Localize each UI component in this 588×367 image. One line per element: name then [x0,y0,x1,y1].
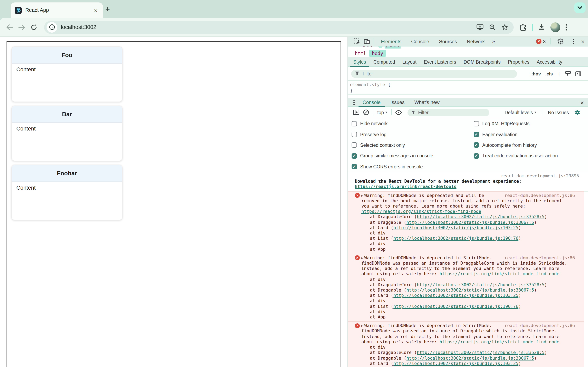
reload-button[interactable] [28,21,40,33]
card-header[interactable]: Foo [12,47,122,64]
tab-sources[interactable]: Sources [434,36,462,46]
card-header[interactable]: Foobar [12,165,122,182]
card[interactable]: FooContent [11,47,122,102]
browser-tab[interactable]: React App × [11,2,103,18]
url-input[interactable] [61,24,476,30]
tab-dom-breakpoints[interactable]: DOM Breakpoints [460,57,504,67]
devtools-menu-kebab-icon[interactable] [568,37,578,45]
new-tab-button[interactable]: + [105,5,110,14]
tab-layout[interactable]: Layout [399,57,420,67]
context-selector[interactable]: top▾ [375,110,389,115]
drawer-tab-what-s-new[interactable]: What's new [409,98,444,107]
console-link[interactable]: http://localhost:3002/static/js/bundle.j… [406,220,534,225]
bookmark-star-icon[interactable] [502,24,508,30]
toggle-hover-state-button[interactable]: :hov [531,71,541,76]
tab-properties[interactable]: Properties [504,57,533,67]
tab-computed[interactable]: Computed [370,57,399,67]
more-tabs-button[interactable]: » [490,38,497,44]
console-warning-message: ×▶Warning: findDOMNode is deprecated in … [348,322,584,367]
expand-triangle-icon[interactable]: ▶ [361,256,363,261]
breadcrumb-body[interactable]: body [369,50,386,57]
install-app-icon[interactable] [476,24,484,30]
source-link[interactable]: react-dom.development.js:86 [505,193,575,198]
checkbox-unchecked[interactable] [352,121,357,126]
computed-sidebar-toggle-icon[interactable] [575,71,581,76]
console-link[interactable]: http://localhost:3002/static/js/bundle.j… [417,214,545,219]
expand-triangle-icon[interactable]: ▶ [361,193,363,198]
console-text: ) [518,304,521,309]
zoom-out-icon[interactable] [489,24,496,30]
console-link[interactable]: http://localhost:3002/static/js/bundle.j… [393,236,518,241]
console-sidebar-toggle-icon[interactable] [351,108,361,117]
source-link[interactable]: react-dom.development.js:29895 [501,173,579,179]
clear-console-icon[interactable] [361,108,371,117]
error-count-badge[interactable]: × 3 [536,39,546,44]
tab-elements[interactable]: Elements [376,36,406,46]
console-link[interactable]: http://localhost:3002/static/js/bundle.j… [393,225,518,230]
console-link[interactable]: http://localhost:3002/static/js/bundle.j… [393,293,518,298]
console-link[interactable]: http://localhost:3002/static/js/bundle.j… [417,350,545,355]
expand-triangle-icon[interactable]: ▶ [361,324,363,329]
console-toolbar: top▾ Default levels▾ No Issues [348,107,588,118]
checkbox-unchecked[interactable] [474,121,479,126]
site-info-icon[interactable] [47,22,57,33]
browser-menu-kebab-icon[interactable] [566,24,567,30]
browser-window: React App × + [0,0,588,367]
issues-counter[interactable]: No Issues [548,110,569,115]
new-style-rule-button[interactable]: + [557,70,561,77]
console-link[interactable]: https://reactjs.org/link/strict-mode-fin… [440,339,559,344]
drawer-tab-console[interactable]: Console [358,98,385,107]
console-link[interactable]: http://localhost:3002/static/js/bundle.j… [406,287,534,292]
tab-accessibility[interactable]: Accessibility [533,57,566,67]
inspect-element-icon[interactable] [352,37,362,45]
rendering-brush-icon[interactable] [565,71,571,76]
console-link[interactable]: https://reactjs.org/link/strict-mode-fin… [440,271,559,276]
element-style-rule[interactable]: element.style { } [348,81,588,95]
extensions-puzzle-icon[interactable] [519,24,527,31]
tab-event-listeners[interactable]: Event Listeners [420,57,460,67]
log-levels-dropdown[interactable]: Default levels▾ [505,110,536,115]
checkbox-checked[interactable]: ✓ [352,164,357,169]
tab-close-icon[interactable]: × [93,7,99,14]
avatar[interactable] [550,22,560,32]
console-link[interactable]: http://localhost:3002/static/js/bundle.j… [393,361,518,366]
console-settings-gear-icon-active[interactable] [572,108,582,117]
source-link[interactable]: react-dom.development.js:86 [505,255,575,261]
devtools-close-icon[interactable]: × [581,38,585,45]
checkbox-checked[interactable]: ✓ [474,132,479,137]
checkbox-unchecked[interactable] [352,132,357,137]
drawer-menu-kebab-icon[interactable] [350,98,358,106]
source-link[interactable]: react-dom.development.js:86 [505,323,575,328]
address-bar[interactable] [44,21,514,34]
tab-network[interactable]: Network [462,36,490,46]
toggle-classes-button[interactable]: .cls [545,71,553,76]
console-link[interactable]: https://reactjs.org/link/strict-mode-fin… [361,209,481,214]
forward-button[interactable] [16,21,28,33]
tab-styles[interactable]: Styles [350,57,370,67]
checkbox-label: Show CORS errors in console [360,164,423,169]
drawer-close-icon[interactable]: × [580,99,588,106]
card[interactable]: BarContent [11,106,122,161]
console-link[interactable]: http://localhost:3002/static/js/bundle.j… [393,304,518,309]
downloads-icon[interactable] [538,24,545,31]
checkbox-checked[interactable]: ✓ [352,153,357,159]
breadcrumb-html[interactable]: html [352,50,369,57]
console-link[interactable]: http://localhost:3002/static/js/bundle.j… [406,355,534,360]
live-expression-eye-icon[interactable] [394,108,403,117]
checkbox-label: Treat code evaluation as user action [482,154,558,158]
back-button[interactable] [3,21,16,33]
checkbox-checked[interactable]: ✓ [474,153,479,159]
console-filter-input[interactable] [407,109,489,116]
card-header[interactable]: Bar [12,106,122,123]
drawer-tab-issues[interactable]: Issues [385,98,409,107]
tab-console[interactable]: Console [406,36,434,46]
tab-search-button[interactable] [574,2,586,13]
console-link[interactable]: https://reactjs.org/link/react-devtools [355,184,457,189]
device-toolbar-icon[interactable] [362,37,372,45]
checkbox-checked[interactable]: ✓ [474,142,479,148]
console-link[interactable]: http://localhost:3002/static/js/bundle.j… [417,282,545,287]
card[interactable]: FoobarContent [11,165,122,220]
devtools-settings-gear-icon[interactable] [556,37,566,45]
checkbox-unchecked[interactable] [352,142,357,148]
styles-filter-input[interactable] [351,69,517,78]
